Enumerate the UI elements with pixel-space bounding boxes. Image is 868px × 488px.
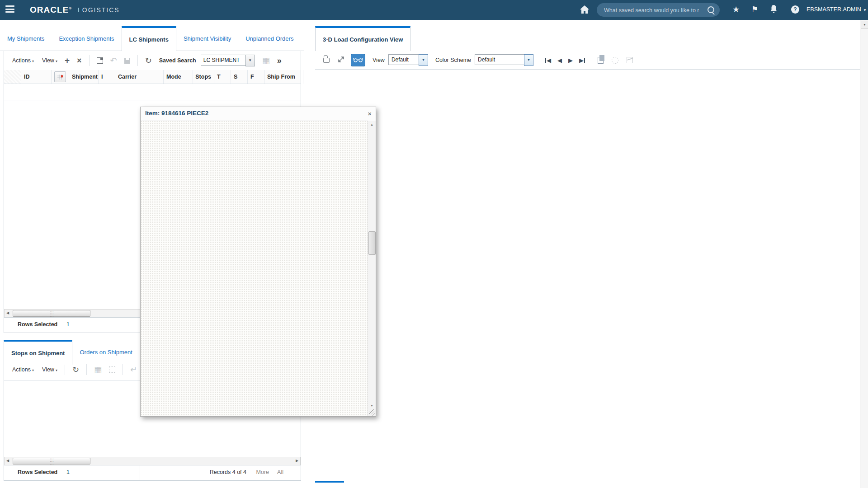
view-menu[interactable]: View▾ xyxy=(42,366,57,373)
next-button[interactable]: ▶ xyxy=(568,57,573,64)
saved-search-select[interactable]: LC SHIPMENT ▼ xyxy=(201,55,255,66)
col-header-sel xyxy=(4,70,21,84)
grid-icon[interactable]: ▦ xyxy=(94,366,102,374)
col-header-carrier: Carrier xyxy=(115,70,164,84)
popup-title: Item: 9184616 PIECE2 xyxy=(145,110,208,117)
lock-icon[interactable] xyxy=(323,58,330,63)
col-header-shipment: Shipment xyxy=(69,70,99,84)
tab-my-shipments[interactable]: My Shipments xyxy=(0,26,52,51)
undo-icon[interactable]: ↶ xyxy=(110,56,117,65)
rotate-icon[interactable] xyxy=(612,57,618,64)
view-label: View xyxy=(373,57,385,63)
save-icon[interactable] xyxy=(124,58,130,64)
go-to-icon[interactable]: ↵ xyxy=(130,366,137,374)
col-header-i: I xyxy=(99,70,115,84)
tab-3-d-load-configuration-view[interactable]: 3-D Load Configuration View xyxy=(315,26,410,51)
tab-lc-shipments[interactable]: LC Shipments xyxy=(122,26,176,51)
hamburger-menu-icon[interactable] xyxy=(5,5,15,14)
saved-search-bar[interactable] xyxy=(597,3,720,17)
more-link[interactable]: More xyxy=(256,469,269,475)
add-button[interactable]: + xyxy=(65,56,70,65)
load-3d-canvas[interactable] xyxy=(315,80,860,488)
help-icon[interactable]: ? xyxy=(791,5,799,14)
view-menu[interactable]: View▾ xyxy=(42,57,57,64)
3d-glasses-button[interactable] xyxy=(351,54,365,66)
detach-icon[interactable] xyxy=(97,57,103,64)
close-icon[interactable]: × xyxy=(368,110,372,117)
grid-icon[interactable]: ▦ xyxy=(262,56,270,65)
shipments-toolbar: Actions▾ View▾ + × ↶ ↻ Saved Search LC S… xyxy=(4,51,301,70)
col-header-s: S xyxy=(231,70,248,84)
stops-hscrollbar[interactable]: ◀ ▶ xyxy=(4,457,301,465)
page-vscrollbar[interactable]: ▼ xyxy=(860,20,868,488)
tab-exception-shipments[interactable]: Exception Shipments xyxy=(52,26,121,51)
saved-search-label: Saved Search xyxy=(159,57,196,64)
search-input[interactable] xyxy=(603,5,700,16)
saved-search-caret[interactable]: ▼ xyxy=(245,55,255,66)
first-button[interactable]: ◀ xyxy=(545,57,551,64)
notifications-bell-icon[interactable] xyxy=(770,5,778,15)
stops-statusbar: Rows Selected 1 Records 4 of 4 More All xyxy=(4,465,301,480)
app-header: ORACLE® LOGISTICS ★ ⚑ ? EBSMASTER.ADMIN▾ xyxy=(0,0,868,20)
tab-unplanned-orders[interactable]: Unplanned Orders xyxy=(238,26,301,51)
item-detail-popup: Item: 9184616 PIECE2 × ▲ ▼ xyxy=(140,107,376,417)
last-button[interactable]: ▶ xyxy=(579,57,585,64)
col-header-t: T xyxy=(214,70,231,84)
product-title: LOGISTICS xyxy=(78,6,120,14)
delete-button[interactable]: × xyxy=(77,56,82,65)
records-count: Records 4 of 4 xyxy=(210,469,246,475)
shipments-grid: IDShipmentICarrierModeStopsTSFShip From xyxy=(4,70,301,100)
col-header-ship-from: Ship From xyxy=(264,70,303,84)
bottom-tab-strip xyxy=(315,481,344,483)
load-view-tab-bar: 3-D Load Configuration View xyxy=(315,26,860,51)
cube-icon[interactable] xyxy=(627,57,633,63)
refresh-icon[interactable]: ↻ xyxy=(145,56,152,65)
search-icon[interactable] xyxy=(708,6,714,13)
popup-vscrollbar[interactable]: ▲ ▼ xyxy=(368,121,376,416)
load-view-toolbar: View Default ▼ Color Scheme Default ▼ ◀ … xyxy=(315,51,860,70)
popup-body xyxy=(141,121,368,416)
actions-menu[interactable]: Actions▾ xyxy=(12,57,34,64)
actions-menu[interactable]: Actions▾ xyxy=(12,366,34,373)
col-header-f: F xyxy=(248,70,264,84)
shipments-header-row: IDShipmentICarrierModeStopsTSFShip From xyxy=(4,70,301,84)
previous-button[interactable]: ◀ xyxy=(557,57,562,64)
favorites-star-icon[interactable]: ★ xyxy=(732,5,740,14)
equipment-copy-icon[interactable] xyxy=(598,57,604,64)
overflow-icon[interactable]: » xyxy=(277,56,282,65)
expand-icon[interactable] xyxy=(338,56,344,65)
oracle-logo: ORACLE® xyxy=(30,5,72,15)
shipments-tab-bar: My ShipmentsException ShipmentsLC Shipme… xyxy=(0,26,304,51)
load-view-infobar xyxy=(315,70,860,80)
refresh-icon[interactable]: ↻ xyxy=(72,366,79,374)
flag-icon[interactable]: ⚑ xyxy=(751,5,758,14)
tab-stops-on-shipment[interactable]: Stops on Shipment xyxy=(4,340,72,365)
selection-icon[interactable] xyxy=(109,366,115,373)
shipment-row[interactable] xyxy=(4,84,301,100)
color-scheme-label: Color Scheme xyxy=(435,57,471,63)
home-icon[interactable] xyxy=(580,5,590,16)
col-header-stops: Stops xyxy=(193,70,214,84)
col-header-mode: Mode xyxy=(164,70,193,84)
color-scheme-select[interactable]: Default ▼ xyxy=(475,54,533,66)
popup-resize-grip[interactable] xyxy=(369,409,375,416)
all-link[interactable]: All xyxy=(277,469,283,475)
user-menu[interactable]: EBSMASTER.ADMIN▾ xyxy=(807,6,866,13)
popup-scroll-thumb[interactable] xyxy=(368,231,376,255)
col-header-id: ID xyxy=(21,70,52,84)
view-select[interactable]: Default ▼ xyxy=(388,54,428,66)
map-pin-column-button[interactable] xyxy=(54,71,66,82)
tab-shipment-visibility[interactable]: Shipment Visibility xyxy=(176,26,238,51)
popup-titlebar[interactable]: Item: 9184616 PIECE2 × xyxy=(141,107,376,121)
